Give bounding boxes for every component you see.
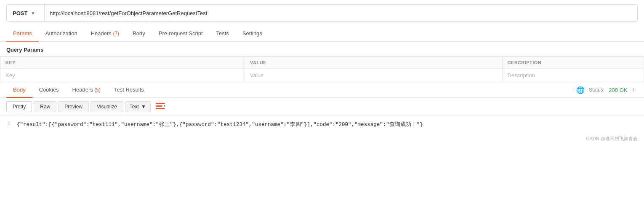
watermark: CSDN @谁不想飞舞青春 (0, 133, 644, 144)
query-params-title: Query Params (0, 42, 644, 56)
tab-response-headers[interactable]: Headers (5) (66, 82, 107, 98)
format-label: Text (130, 104, 139, 110)
line-number-1: 1 (0, 121, 17, 127)
response-headers-badge: (5) (94, 87, 101, 93)
status-label: Status: (589, 87, 604, 93)
method-label: POST (13, 10, 27, 16)
tab-params[interactable]: Params (6, 26, 39, 42)
col-header-key: KEY (0, 57, 245, 69)
tab-body[interactable]: Body (126, 26, 152, 42)
tab-tests[interactable]: Tests (210, 26, 236, 42)
key-cell[interactable]: Key (0, 69, 245, 82)
params-table: KEY VALUE DESCRIPTION Key Value Descript… (0, 56, 644, 82)
btn-preview[interactable]: Preview (58, 101, 89, 112)
tab-headers[interactable]: Headers (7) (84, 26, 126, 42)
response-status-area: 🌐 Status: 200 OK Ti (576, 86, 638, 94)
method-selector[interactable]: POST ▼ (7, 5, 45, 21)
url-input[interactable] (45, 10, 637, 16)
top-tabs-row: Params Authorization Headers (7) Body Pr… (0, 26, 644, 42)
format-selector[interactable]: Text ▼ (125, 101, 151, 112)
wrap-icon[interactable] (156, 102, 165, 112)
tab-settings[interactable]: Settings (236, 26, 269, 42)
tab-authorization[interactable]: Authorization (39, 26, 84, 42)
description-cell[interactable]: Description (502, 69, 644, 82)
value-cell[interactable]: Value (245, 69, 503, 82)
btn-raw[interactable]: Raw (34, 101, 56, 112)
col-header-value: VALUE (245, 57, 503, 69)
tab-test-results[interactable]: Test Results (107, 82, 151, 98)
status-value: 200 OK (609, 87, 627, 93)
url-bar: POST ▼ (6, 4, 638, 22)
svg-rect-2 (156, 108, 165, 109)
method-chevron: ▼ (31, 11, 35, 16)
svg-rect-0 (156, 103, 165, 104)
format-chevron: ▼ (141, 104, 146, 110)
response-tabs-row: Body Cookies Headers (5) Test Results 🌐 … (0, 82, 644, 98)
code-area: 1 {"result":[{"password":"test111","user… (0, 116, 644, 133)
tab-prerequest[interactable]: Pre-request Script (152, 26, 210, 42)
code-content-1: {"result":[{"password":"test111","userna… (17, 121, 423, 128)
tab-response-body[interactable]: Body (6, 82, 32, 98)
btn-visualize[interactable]: Visualize (90, 101, 123, 112)
tab-cookies[interactable]: Cookies (32, 82, 66, 98)
btn-pretty[interactable]: Pretty (6, 101, 32, 112)
headers-badge: (7) (113, 31, 119, 37)
time-label: Ti (631, 87, 636, 93)
globe-icon[interactable]: 🌐 (576, 86, 585, 94)
col-header-description: DESCRIPTION (502, 57, 644, 69)
svg-rect-1 (156, 105, 162, 107)
table-row: Key Value Description (0, 69, 644, 82)
code-line-1: 1 {"result":[{"password":"test111","user… (0, 121, 644, 128)
response-toolbar: Pretty Raw Preview Visualize Text ▼ (0, 98, 644, 116)
